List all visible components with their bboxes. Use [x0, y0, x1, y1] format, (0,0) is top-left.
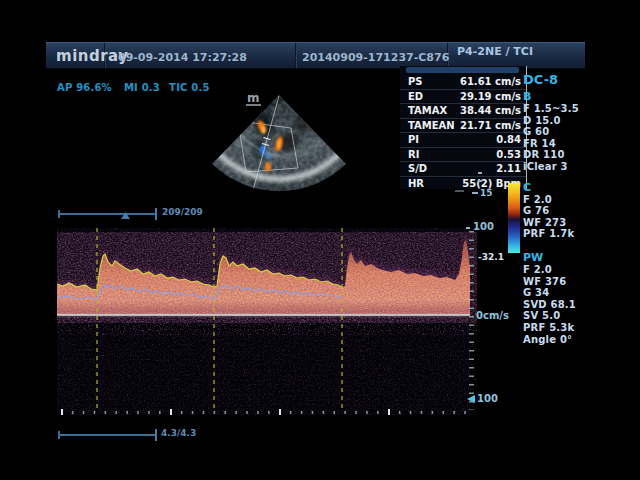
- exam-id-label: 20140909-171237-C876: [302, 51, 449, 64]
- param-row: F 1.5~3.5: [523, 103, 635, 115]
- color-doppler-scale-bar: [508, 183, 520, 253]
- cine-counter-label: 209/209: [162, 207, 203, 217]
- measurement-row: TAMAX38.44 cm/s: [400, 103, 526, 118]
- param-row: G 60: [523, 126, 635, 138]
- param-row: WF 273: [523, 217, 635, 229]
- section-title-b: B: [523, 91, 635, 103]
- param-row: iClear 3: [523, 161, 635, 173]
- panel-grip-icon: [455, 190, 464, 192]
- cine-scrollbar[interactable]: [57, 205, 167, 221]
- image-parameters-sidebar: DC-8 B F 1.5~3.5 D 15.0 G 60 FR 14 DR 11…: [523, 72, 635, 345]
- measurement-row: S/D2.11: [400, 161, 526, 176]
- param-row: Angle 0°: [523, 334, 635, 346]
- acoustic-power-label: AP 96.6%: [57, 82, 112, 93]
- section-title-pw: PW: [523, 252, 635, 264]
- mi-label: MI 0.3: [124, 82, 160, 93]
- depth-tick: [472, 192, 478, 194]
- spectral-doppler-display: [57, 228, 477, 415]
- title-bar: mindray 09-09-2014 17:27:28 20140909-171…: [46, 42, 585, 69]
- measurement-row: PS61.61 cm/s: [400, 74, 526, 89]
- color-scale-min-label: -32.1: [476, 252, 504, 262]
- bmode-image: [200, 84, 360, 202]
- measurement-row: ED29.19 cm/s: [400, 89, 526, 104]
- scale-marker-icon: [467, 395, 475, 403]
- measurement-row: PI0.84: [400, 132, 526, 147]
- ultrasound-screen: mindray 09-09-2014 17:27:28 20140909-171…: [0, 0, 640, 480]
- velocity-scale-top-label: 100: [473, 221, 494, 232]
- depth-scale-label: 15: [480, 188, 493, 198]
- param-row: G 34: [523, 287, 635, 299]
- titlebar-divider: [295, 43, 296, 68]
- system-name-label: DC-8: [523, 72, 635, 87]
- param-row: PRF 1.7k: [523, 228, 635, 240]
- param-row: D 15.0: [523, 115, 635, 127]
- scale-tick: [466, 227, 470, 229]
- datetime-label: 09-09-2014 17:27:28: [118, 51, 247, 64]
- depth-tick: [478, 172, 482, 174]
- param-row: DR 110: [523, 149, 635, 161]
- measurement-results-panel: PS61.61 cm/s ED29.19 cm/s TAMAX38.44 cm/…: [400, 66, 527, 189]
- velocity-scale-bottom-label: 100: [477, 393, 498, 404]
- section-title-c: C: [523, 182, 635, 194]
- param-row: SVD 68.1: [523, 299, 635, 311]
- measurement-row: RI0.53: [400, 147, 526, 162]
- param-row: FR 14: [523, 138, 635, 150]
- sweep-time-label: 4.3/4.3: [161, 428, 196, 438]
- panel-header-bar: [406, 67, 519, 73]
- param-row: PRF 5.3k: [523, 322, 635, 334]
- param-row: WF 376: [523, 276, 635, 288]
- probe-mode-label: P4-2NE / TCI: [457, 45, 533, 58]
- measurement-row: TAMEAN21.71 cm/s: [400, 118, 526, 133]
- param-row: G 76: [523, 205, 635, 217]
- sweep-scrollbar[interactable]: [57, 426, 167, 442]
- param-row: F 2.0: [523, 194, 635, 206]
- param-row: F 2.0: [523, 264, 635, 276]
- depth-tick: [478, 180, 482, 182]
- velocity-scale-zero-label: 0cm/s: [476, 310, 509, 321]
- acoustic-status-bar: AP 96.6% MI 0.3 TIC 0.5: [57, 76, 210, 95]
- param-row: SV 5.0: [523, 310, 635, 322]
